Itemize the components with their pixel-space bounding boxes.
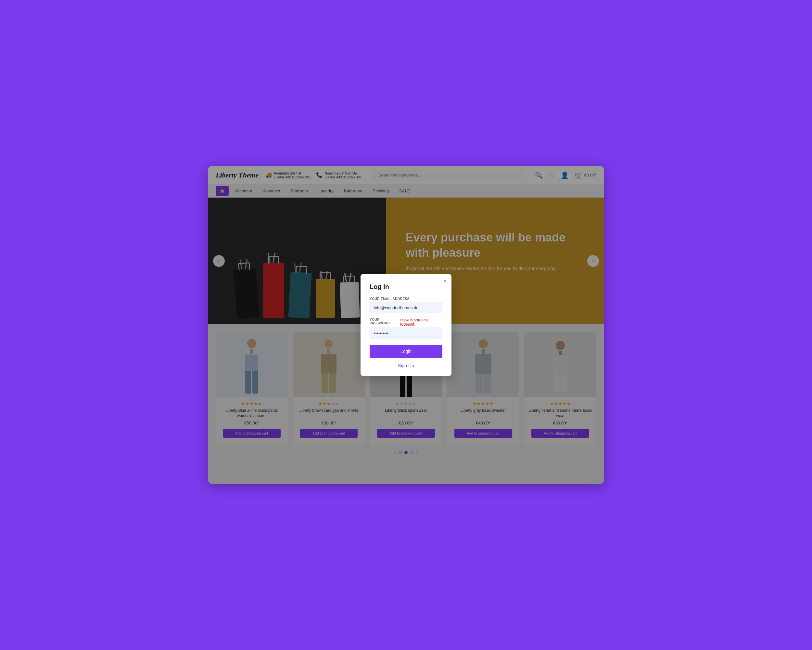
login-button[interactable]: Login <box>369 345 443 358</box>
email-field[interactable] <box>369 302 443 313</box>
password-label: YOUR PASSWORD <box>369 318 400 325</box>
modal-title: Log In <box>369 283 443 291</box>
email-form-row: YOUR EMAIL ADDRESS <box>369 297 443 313</box>
modal-close-button[interactable]: × <box>443 278 447 285</box>
modal-overlay[interactable]: × Log In YOUR EMAIL ADDRESS YOUR PASSWOR… <box>208 166 604 484</box>
forgot-password-link[interactable]: I have forgotten my password. <box>400 318 443 326</box>
password-row-header: YOUR PASSWORD I have forgotten my passwo… <box>369 318 443 326</box>
signup-link[interactable]: Sign Up <box>369 363 443 368</box>
email-label: YOUR EMAIL ADDRESS <box>369 297 443 301</box>
password-field[interactable] <box>369 327 443 339</box>
login-modal: × Log In YOUR EMAIL ADDRESS YOUR PASSWOR… <box>360 274 452 376</box>
password-form-row: YOUR PASSWORD I have forgotten my passwo… <box>369 318 443 339</box>
